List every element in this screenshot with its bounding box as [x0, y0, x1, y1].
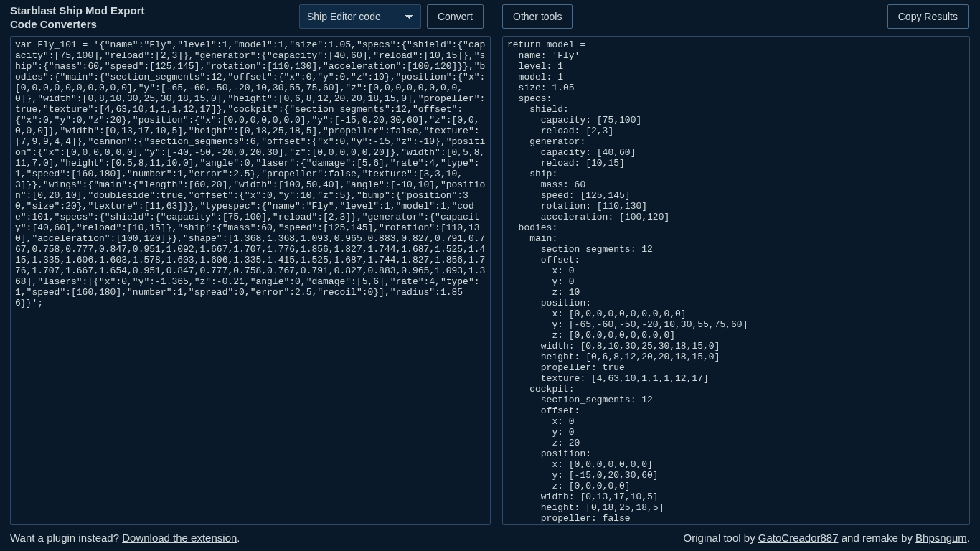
- footer-left-prefix: Want a plugin instead?: [10, 532, 122, 544]
- footer-right-mid: and remake by: [839, 532, 916, 544]
- format-dropdown[interactable]: Ship Editor code: [299, 4, 421, 29]
- footer-right-prefix: Original tool by: [684, 532, 758, 544]
- footer-right-suffix: .: [967, 532, 970, 544]
- download-extension-link[interactable]: Download the extension: [122, 532, 237, 544]
- other-tools-button[interactable]: Other tools: [502, 4, 573, 29]
- footer-right: Original tool by GatoCreador887 and rema…: [684, 532, 970, 544]
- title-line-2: Code Converters: [10, 18, 97, 30]
- footer: Want a plugin instead? Download the exte…: [0, 528, 980, 547]
- convert-button[interactable]: Convert: [427, 4, 484, 29]
- credit-link-1[interactable]: GatoCreador887: [758, 532, 839, 544]
- title-line-1: Starblast Ship Mod Export: [10, 4, 145, 17]
- page-title: Starblast Ship Mod Export Code Converter…: [10, 4, 145, 32]
- input-code-textarea[interactable]: [11, 37, 490, 524]
- footer-left: Want a plugin instead? Download the exte…: [10, 532, 240, 544]
- footer-left-suffix: .: [237, 532, 240, 544]
- output-panel: return model = name: 'Fly' level: 1 mode…: [502, 36, 970, 525]
- output-code-view[interactable]: return model = name: 'Fly' level: 1 mode…: [503, 37, 969, 524]
- input-panel: [10, 36, 491, 525]
- copy-results-button[interactable]: Copy Results: [887, 4, 969, 29]
- credit-link-2[interactable]: Bhpsngum: [915, 532, 967, 544]
